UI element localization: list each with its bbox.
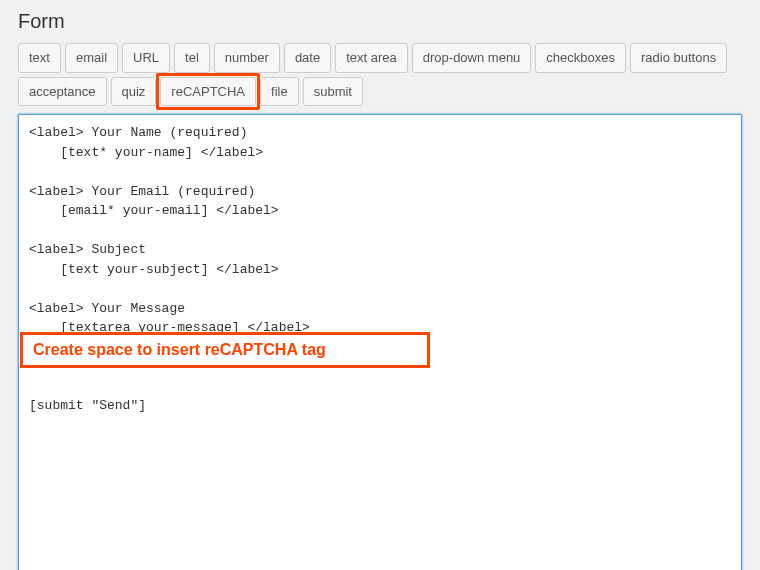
tag-buttons-container: text email URL tel number date text area…	[18, 43, 742, 106]
panel-title: Form	[18, 10, 742, 33]
tag-button-dropdown[interactable]: drop-down menu	[412, 43, 532, 73]
tag-button-url[interactable]: URL	[122, 43, 170, 73]
tag-button-quiz[interactable]: quiz	[111, 77, 157, 107]
tag-button-recaptcha[interactable]: reCAPTCHA	[160, 77, 256, 107]
tag-button-textarea[interactable]: text area	[335, 43, 408, 73]
tag-button-tel[interactable]: tel	[174, 43, 210, 73]
tag-button-number[interactable]: number	[214, 43, 280, 73]
tag-button-email[interactable]: email	[65, 43, 118, 73]
form-textarea-wrapper: Create space to insert reCAPTCHA tag	[18, 114, 742, 570]
tag-buttons-row: text email URL tel number date text area…	[18, 43, 742, 106]
tag-button-acceptance[interactable]: acceptance	[18, 77, 107, 107]
tag-button-radio[interactable]: radio buttons	[630, 43, 727, 73]
tag-button-checkboxes[interactable]: checkboxes	[535, 43, 626, 73]
tag-button-text[interactable]: text	[18, 43, 61, 73]
tag-button-submit[interactable]: submit	[303, 77, 363, 107]
tag-button-date[interactable]: date	[284, 43, 331, 73]
form-content-textarea[interactable]	[18, 114, 742, 570]
tag-button-file[interactable]: file	[260, 77, 299, 107]
